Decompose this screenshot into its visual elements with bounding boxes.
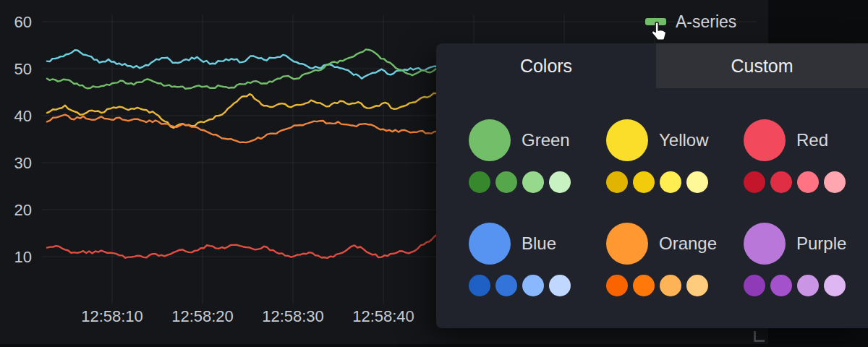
- x-axis-label: 12:58:20: [171, 307, 234, 325]
- color-palette-grid: GreenYellowRedBlueOrangePurple: [469, 119, 868, 296]
- color-variant-swatch[interactable]: [522, 171, 544, 193]
- color-variant-swatch[interactable]: [744, 275, 765, 296]
- y-axis-label: 50: [14, 60, 32, 78]
- color-swatch-orange[interactable]: [606, 223, 648, 265]
- color-variant-swatch[interactable]: [770, 171, 792, 193]
- color-variants-row: [469, 275, 606, 296]
- color-picker-popup: Colors Custom GreenYellowRedBlueOrangePu…: [436, 43, 868, 328]
- y-axis-label: 30: [14, 154, 32, 172]
- color-variant-swatch[interactable]: [606, 275, 628, 296]
- color-variant-swatch[interactable]: [549, 171, 571, 193]
- color-variant-swatch[interactable]: [469, 275, 490, 296]
- color-variant-swatch[interactable]: [633, 171, 655, 193]
- series-line-red: [47, 230, 441, 258]
- color-group-main: Yellow: [606, 119, 744, 161]
- x-axis-label: 12:58:40: [352, 307, 414, 325]
- y-axis-label: 40: [14, 107, 32, 125]
- color-variant-swatch[interactable]: [495, 171, 517, 193]
- color-variants-row: [469, 171, 606, 193]
- color-group-blue: Blue: [469, 223, 606, 296]
- color-variants-row: [606, 171, 744, 193]
- y-axis-label: 10: [14, 248, 32, 266]
- color-swatch-red[interactable]: [744, 119, 786, 161]
- color-group-red: Red: [744, 119, 868, 193]
- series-line-cyan: [47, 50, 441, 78]
- color-group-main: Green: [469, 119, 606, 161]
- color-name: Orange: [659, 234, 717, 254]
- color-variant-swatch[interactable]: [549, 275, 571, 296]
- color-variant-swatch[interactable]: [770, 275, 792, 296]
- series-line-orange: [47, 115, 441, 142]
- color-name: Blue: [522, 234, 556, 254]
- color-group-main: Red: [744, 119, 868, 161]
- color-variant-swatch[interactable]: [522, 275, 544, 296]
- color-variant-swatch[interactable]: [744, 171, 765, 193]
- color-group-yellow: Yellow: [606, 119, 744, 193]
- color-variant-swatch[interactable]: [797, 171, 819, 193]
- y-axis-label: 20: [14, 201, 32, 219]
- color-group-main: Blue: [469, 223, 606, 265]
- color-swatch-green[interactable]: [469, 119, 511, 161]
- color-group-main: Orange: [606, 223, 744, 265]
- color-variant-swatch[interactable]: [606, 171, 628, 193]
- color-name: Purple: [796, 234, 846, 254]
- color-variant-swatch[interactable]: [660, 275, 681, 296]
- color-variant-swatch[interactable]: [660, 171, 681, 193]
- color-variant-swatch[interactable]: [797, 275, 819, 296]
- color-variant-swatch[interactable]: [824, 171, 846, 193]
- tab-custom[interactable]: Custom: [656, 43, 868, 88]
- color-picker-tabs: Colors Custom: [436, 43, 868, 88]
- x-axis-label: 12:58:30: [262, 307, 324, 325]
- color-swatch-purple[interactable]: [744, 223, 786, 265]
- pointer-cursor-icon: [650, 21, 669, 42]
- color-variant-swatch[interactable]: [686, 275, 708, 296]
- color-group-purple: Purple: [744, 223, 868, 296]
- color-variants-row: [744, 171, 868, 193]
- y-axis-label: 60: [14, 13, 32, 31]
- legend-series-label: A-series: [676, 13, 736, 30]
- series-line-yellow: [47, 92, 441, 128]
- color-group-orange: Orange: [606, 223, 744, 296]
- color-swatch-blue[interactable]: [469, 223, 511, 265]
- color-name: Red: [796, 130, 828, 150]
- color-variant-swatch[interactable]: [633, 275, 655, 296]
- color-variants-row: [744, 275, 868, 296]
- color-variant-swatch[interactable]: [495, 275, 517, 296]
- color-variant-swatch[interactable]: [824, 275, 846, 296]
- color-group-green: Green: [469, 119, 606, 193]
- color-name: Green: [522, 130, 570, 150]
- tab-colors[interactable]: Colors: [436, 43, 656, 88]
- panel-resize-handle[interactable]: [754, 331, 765, 342]
- color-variant-swatch[interactable]: [469, 171, 490, 193]
- color-group-main: Purple: [744, 223, 868, 265]
- x-axis-label: 12:58:10: [81, 307, 143, 325]
- color-name: Yellow: [659, 130, 709, 150]
- color-variant-swatch[interactable]: [686, 171, 708, 193]
- color-swatch-yellow[interactable]: [606, 119, 648, 161]
- color-variants-row: [606, 275, 744, 296]
